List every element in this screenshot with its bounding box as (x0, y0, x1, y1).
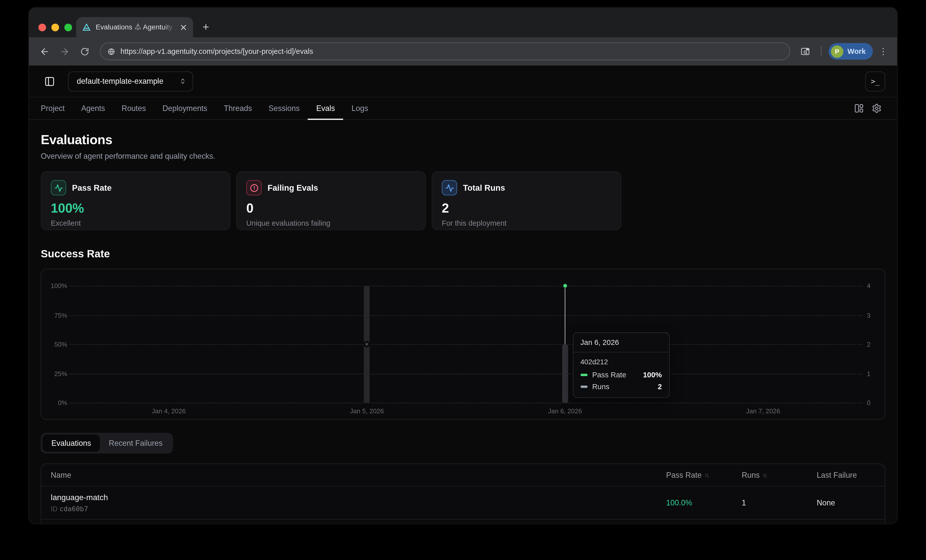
y-axis-tick-right: 4 (867, 282, 870, 289)
chart-section-title: Success Rate (41, 248, 885, 260)
column-label: Last Failure (817, 471, 857, 480)
column-header-name: Name (51, 471, 666, 480)
browser-profile-chip[interactable]: P Work (829, 43, 873, 60)
legend-swatch (580, 374, 587, 376)
activity-icon (51, 180, 66, 195)
maximize-window-button[interactable] (64, 24, 72, 32)
id-prefix: ID (51, 505, 60, 512)
side-panel-search-icon[interactable] (797, 43, 814, 60)
tab-recent-failures[interactable]: Recent Failures (100, 434, 171, 452)
y-axis-tick-right: 2 (867, 341, 870, 348)
sidebar-toggle-button[interactable] (41, 73, 58, 90)
back-icon[interactable] (36, 43, 53, 60)
layout-dashboard-icon[interactable] (850, 99, 867, 117)
nav-tab-routes[interactable]: Routes (113, 97, 154, 120)
y-axis-tick-left: 75% (44, 312, 67, 318)
y-axis-tick-left: 25% (44, 370, 67, 377)
eval-id: ID cda60b7 (51, 504, 666, 513)
settings-gear-icon[interactable] (868, 99, 885, 117)
stat-label: Pass Rate (72, 183, 112, 193)
terminal-button[interactable]: >_ (865, 71, 885, 91)
tab-close-icon[interactable]: ✕ (180, 23, 187, 32)
nav-tab-agents[interactable]: Agents (73, 97, 113, 120)
stat-value: 0 (247, 201, 416, 216)
table-row-conciseness[interactable]: concisenessID cae4ce1100.0%1None (41, 519, 885, 524)
stat-card-total-runs: Total Runs2For this deployment (432, 171, 621, 230)
nav-tab-sessions[interactable]: Sessions (260, 97, 308, 120)
stat-value: 2 (442, 201, 611, 216)
x-axis-tick: Jan 6, 2026 (548, 407, 582, 414)
eval-name: language-match (51, 493, 666, 502)
stat-label: Total Runs (463, 183, 505, 193)
stat-value: 100% (51, 201, 221, 216)
browser-menu-icon[interactable]: ⋮ (876, 46, 890, 57)
stat-caption: Excellent (51, 219, 221, 227)
tooltip-deployment-id: 402d212 (580, 358, 662, 366)
sort-icon[interactable]: ↑↓ (763, 472, 766, 478)
y-axis-tick-left: 50% (44, 341, 67, 348)
nav-tab-logs[interactable]: Logs (343, 97, 377, 120)
column-header-pass-rate[interactable]: Pass Rate↑↓ (666, 471, 741, 480)
project-selector-value: default-template-example (77, 77, 163, 86)
browser-toolbar: https://app-v1.agentuity.com/projects/[y… (29, 37, 897, 66)
y-axis-tick-right: 0 (867, 399, 870, 406)
forward-icon[interactable] (56, 43, 73, 60)
chevron-up-down-icon (179, 77, 187, 85)
chart-gridline (70, 373, 862, 374)
nav-tab-threads[interactable]: Threads (216, 97, 260, 120)
column-header-last-failure: Last Failure (817, 471, 875, 480)
table-row-language-match[interactable]: language-matchID cda60b7100.0%1None (41, 487, 885, 519)
nav-tab-evals[interactable]: Evals (308, 97, 343, 120)
tab-evaluations[interactable]: Evaluations (42, 434, 100, 452)
screen: Evaluations ⏃ Agentuity Cloud ✕ + https:… (0, 0, 926, 560)
new-tab-button[interactable]: + (203, 21, 209, 34)
pass-rate-cell: 100.0% (666, 498, 741, 507)
nav-tab-deployments[interactable]: Deployments (154, 97, 216, 120)
runs-bar-jan-6-2026[interactable] (562, 344, 568, 403)
project-selector[interactable]: default-template-example (68, 71, 193, 91)
minimize-window-button[interactable] (51, 24, 59, 32)
stat-card-failing-evals: Failing Evals0Unique evaluations failing (236, 171, 426, 230)
reload-icon[interactable] (76, 43, 93, 60)
y-axis-tick-right: 1 (867, 370, 870, 377)
last-failure-cell: None (817, 498, 875, 507)
evaluations-table: NamePass Rate↑↓Runs↑↓Last Failure langua… (41, 463, 885, 524)
legend-swatch (580, 386, 587, 388)
stat-caption: Unique evaluations failing (247, 219, 416, 227)
x-axis-tick: Jan 7, 2026 (746, 407, 780, 414)
stats-row: Pass Rate100%ExcellentFailing Evals0Uniq… (41, 171, 885, 230)
y-axis-tick-right: 3 (867, 312, 870, 318)
chart-gridline (70, 315, 862, 315)
stat-label: Failing Evals (268, 183, 318, 193)
sort-icon[interactable]: ↑↓ (705, 472, 708, 478)
tooltip-row-pass-rate: Pass Rate100% (580, 371, 662, 379)
toolbar-divider (821, 46, 821, 57)
tab-title: Evaluations ⏃ Agentuity Cloud (95, 23, 175, 32)
tooltip-date: Jan 6, 2026 (573, 333, 669, 353)
pass-rate-point-jan-6-2026[interactable] (563, 283, 567, 288)
tooltip-label: Runs (592, 383, 610, 391)
avatar: P (831, 45, 843, 58)
url-bar[interactable]: https://app-v1.agentuity.com/projects/[y… (100, 42, 790, 60)
x-axis-tick: Jan 5, 2026 (350, 407, 384, 414)
browser-tab-strip: Evaluations ⏃ Agentuity Cloud ✕ + (29, 8, 897, 37)
success-rate-chart[interactable]: 100%475%350%225%10%0Jan 4, 2026Jan 5, 20… (41, 269, 885, 420)
close-window-button[interactable] (38, 24, 46, 32)
tooltip-row-runs: Runs2 (580, 383, 662, 391)
tooltip-value: 100% (643, 371, 662, 379)
id-value: cda60b7 (59, 504, 88, 513)
stat-caption: For this deployment (442, 219, 611, 227)
terminal-icon: >_ (871, 77, 879, 85)
column-label: Pass Rate (666, 471, 702, 480)
nav-tab-project[interactable]: Project (41, 97, 73, 120)
url-text: https://app-v1.agentuity.com/projects/[y… (121, 47, 313, 56)
runs-cell: 1 (742, 498, 817, 507)
column-label: Name (51, 471, 71, 480)
column-header-runs[interactable]: Runs↑↓ (742, 471, 817, 480)
list-tabs: EvaluationsRecent Failures (41, 433, 173, 453)
browser-window: Evaluations ⏃ Agentuity Cloud ✕ + https:… (29, 8, 897, 524)
browser-tab[interactable]: Evaluations ⏃ Agentuity Cloud ✕ (76, 17, 193, 37)
eval-name-cell: language-matchID cda60b7 (51, 493, 666, 513)
y-axis-tick-left: 100% (44, 282, 67, 289)
pass-rate-point-jan-5-2026[interactable] (364, 341, 370, 347)
